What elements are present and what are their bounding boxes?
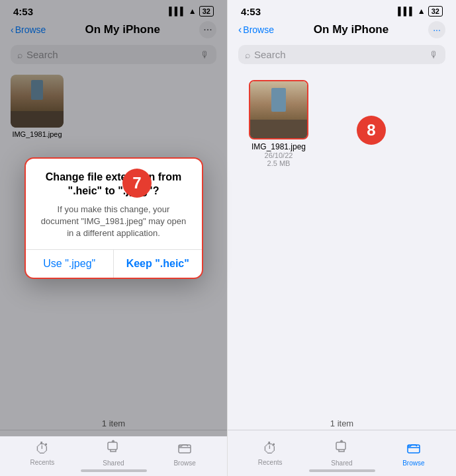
browse-icon — [177, 440, 192, 458]
right-status-bar: 4:53 ▌▌▌ ▲ 32 — [228, 0, 456, 20]
right-status-time: 4:53 — [241, 6, 261, 17]
right-browse-icon — [406, 440, 421, 458]
svg-rect-2 — [336, 442, 345, 450]
tab-shared-right[interactable]: Shared — [322, 440, 361, 467]
right-back-button[interactable]: ‹ Browse — [238, 24, 274, 36]
right-item-count: 1 item — [228, 418, 456, 428]
dialog-buttons: Use ".jpeg" Keep ".heic" — [26, 249, 202, 278]
svg-rect-0 — [108, 442, 117, 450]
recents-icon: ⏱ — [35, 440, 50, 457]
right-chevron-left-icon: ‹ — [238, 24, 242, 36]
right-recents-label: Recents — [258, 459, 283, 466]
right-file-date: 26/10/22 — [265, 151, 293, 159]
right-signal-icon: ▌▌▌ — [398, 7, 415, 16]
right-shared-icon — [334, 440, 349, 458]
right-file-item[interactable]: IMG_1981.jpeg 26/10/22 2.5 MB — [249, 80, 308, 167]
shared-label: Shared — [103, 459, 124, 467]
tab-recents-right[interactable]: ⏱ Recents — [250, 440, 290, 466]
recents-label: Recents — [30, 459, 54, 466]
right-more-button[interactable]: ··· — [428, 21, 445, 38]
tab-shared-left[interactable]: Shared — [93, 440, 133, 467]
left-home-indicator — [81, 469, 147, 472]
use-jpeg-button[interactable]: Use ".jpeg" — [26, 250, 114, 278]
right-file-area: IMG_1981.jpeg 26/10/22 2.5 MB — [228, 69, 456, 178]
right-back-label: Browse — [243, 24, 274, 35]
right-search-icon: ⌕ — [245, 50, 250, 60]
right-shared-label: Shared — [331, 459, 352, 467]
dialog-message: If you make this change, your document "… — [38, 204, 190, 240]
tab-browse-left[interactable]: Browse — [165, 440, 205, 467]
dialog-content: Change file extension from ".heic" to ".… — [26, 159, 202, 249]
step-badge-8: 8 — [357, 116, 386, 145]
right-photo-preview — [250, 81, 307, 138]
keep-heic-button[interactable]: Keep ".heic" — [113, 250, 202, 278]
tab-recents-left[interactable]: ⏱ Recents — [23, 440, 62, 466]
browse-label: Browse — [173, 459, 195, 467]
right-mic-icon[interactable]: 🎙 — [430, 50, 439, 60]
right-nav-bar: ‹ Browse On My iPhone ··· — [228, 20, 456, 42]
left-phone-panel: 4:53 ▌▌▌ ▲ 32 ‹ Browse On My iPhone ··· … — [0, 0, 228, 476]
right-file-size: 2.5 MB — [267, 159, 291, 167]
tab-browse-right[interactable]: Browse — [394, 440, 433, 467]
right-battery-icon: 32 — [428, 6, 443, 17]
right-status-icons: ▌▌▌ ▲ 32 — [398, 6, 443, 17]
right-browse-label: Browse — [402, 459, 424, 467]
step-badge-7: 7 — [122, 169, 152, 198]
dialog-title: Change file extension from ".heic" to ".… — [38, 171, 190, 198]
change-extension-dialog: Change file extension from ".heic" to ".… — [24, 157, 203, 278]
right-recents-icon: ⏱ — [263, 440, 277, 457]
right-wifi-icon: ▲ — [418, 7, 426, 16]
right-search-input[interactable]: Search — [254, 49, 426, 60]
right-phone-panel: 4:53 ▌▌▌ ▲ 32 ‹ Browse On My iPhone ··· … — [228, 0, 456, 476]
right-nav-title: On My iPhone — [314, 23, 388, 36]
shared-icon — [106, 440, 120, 458]
right-file-name: IMG_1981.jpeg — [251, 142, 306, 151]
right-home-indicator — [309, 469, 375, 472]
dialog-overlay: Change file extension from ".heic" to ".… — [0, 0, 227, 436]
right-search-bar[interactable]: ⌕ Search 🎙 — [238, 45, 445, 64]
right-file-thumbnail — [249, 80, 308, 139]
